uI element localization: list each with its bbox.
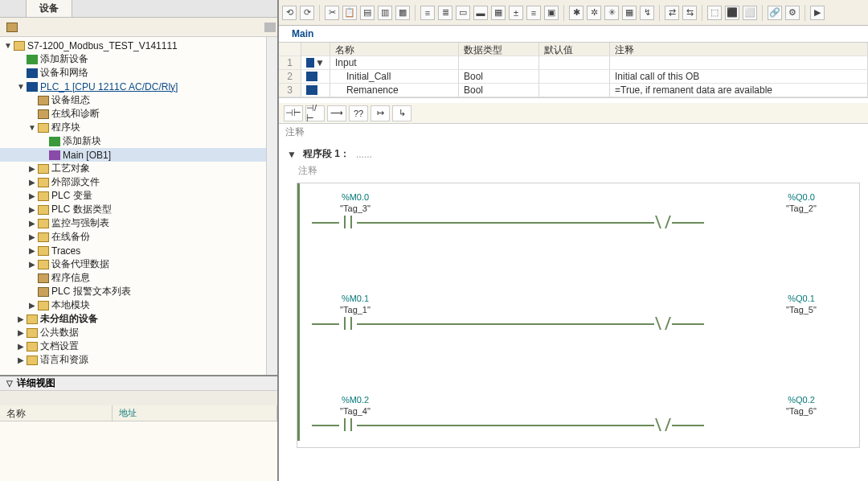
- tree-item[interactable]: PLC 数据类型: [51, 203, 112, 216]
- tree-item[interactable]: 工艺对象: [51, 162, 90, 175]
- project-navigator: 设备 ▼S7-1200_Modbus_TEST_V141111 添加新设备 设备…: [0, 0, 279, 481]
- ribbon-button[interactable]: ▦: [491, 6, 506, 20]
- tree-item[interactable]: 本地模块: [51, 298, 90, 312]
- tree-item[interactable]: 监控与强制表: [51, 216, 109, 230]
- block-title: Main: [279, 26, 868, 43]
- tree-mode-icon[interactable]: [5, 20, 19, 35]
- lad-contact-no-icon[interactable]: ⊣⊢: [284, 105, 303, 121]
- ribbon-button[interactable]: ⇄: [665, 6, 679, 20]
- rung[interactable]: %M0.0"Tag_3" %Q0.0"Tag_2": [312, 191, 845, 241]
- tree-item[interactable]: 语言和资源: [40, 353, 88, 367]
- ribbon-button[interactable]: ≡: [526, 6, 541, 20]
- iface-row[interactable]: 2 Initial_Call Bool Initial call of this…: [279, 70, 868, 84]
- ribbon-button[interactable]: ⇆: [682, 6, 697, 20]
- var-icon: [306, 85, 317, 95]
- tree-item[interactable]: 外部源文件: [51, 175, 100, 189]
- ribbon-button[interactable]: ⬛: [725, 6, 739, 20]
- ladder-note: 注释: [279, 124, 868, 141]
- ribbon-button[interactable]: ≣: [438, 6, 452, 20]
- tree-item[interactable]: 在线和诊断: [51, 107, 100, 121]
- detail-title: 详细视图: [17, 376, 55, 390]
- tree-plc-node[interactable]: PLC_1 [CPU 1211C AC/DC/Rly]: [40, 81, 178, 92]
- coil[interactable]: [654, 418, 672, 431]
- ribbon-button[interactable]: ▬: [473, 6, 488, 20]
- detail-col-addr: 地址: [113, 405, 277, 421]
- left-tab-bar: 设备: [0, 0, 277, 18]
- iface-row[interactable]: 1 ▼ Input: [279, 56, 868, 70]
- tree-item[interactable]: 公共数据: [40, 326, 79, 339]
- col-comment: 注释: [610, 43, 868, 56]
- tree-item[interactable]: 程序信息: [51, 271, 90, 285]
- ladder-diagram[interactable]: %M0.0"Tag_3" %Q0.0"Tag_2" %M0.1"Tag_1" %…: [297, 183, 860, 448]
- tree-collapse-icon[interactable]: [263, 20, 277, 35]
- tree-item[interactable]: PLC 变量: [51, 189, 92, 203]
- lad-contact-nc-icon[interactable]: ⊣/⊢: [305, 105, 325, 121]
- lad-box-icon[interactable]: ??: [349, 105, 368, 121]
- ribbon-button[interactable]: ✳: [604, 6, 619, 20]
- ribbon-button[interactable]: ⬜: [743, 6, 757, 20]
- iface-row[interactable]: 3 Remanence Bool =True, if remanent data…: [279, 84, 868, 97]
- ribbon-button[interactable]: ▭: [456, 6, 470, 20]
- ribbon-button[interactable]: ✱: [569, 6, 583, 20]
- detail-col-name: 名称: [0, 405, 113, 421]
- lad-branch2-icon[interactable]: ↳: [392, 105, 411, 121]
- ribbon-button[interactable]: 🔗: [768, 6, 782, 20]
- network-title: 程序段 1：: [303, 147, 350, 161]
- network-comment: 注释: [298, 164, 860, 178]
- editor-area: ⟲ ⟳ ✂ 📋 ▤ ▥ ▩ ≡ ≣ ▭ ▬ ▦ ± ≡ ▣ ✱ ✲ ✳ ▦ ↯ …: [279, 0, 868, 481]
- tree-item[interactable]: 设备和网络: [40, 66, 88, 80]
- ribbon-button[interactable]: 📋: [342, 6, 357, 20]
- ribbon-button[interactable]: ⬚: [707, 6, 722, 20]
- ribbon-button[interactable]: ⟲: [282, 6, 297, 20]
- col-default: 默认值: [539, 43, 610, 56]
- contact-no[interactable]: [339, 418, 357, 431]
- interface-table[interactable]: 名称 数据类型 默认值 注释 1 ▼ Input 2 Initial_Call …: [279, 43, 868, 98]
- tree-item[interactable]: Traces: [51, 245, 80, 257]
- tree-item[interactable]: 未分组的设备: [40, 313, 98, 324]
- tree-item[interactable]: 添加新块: [63, 134, 101, 148]
- rung[interactable]: %M0.1"Tag_1" %Q0.1"Tag_5": [312, 293, 845, 343]
- ribbon-button[interactable]: ✂: [325, 6, 339, 20]
- ribbon-button[interactable]: ±: [509, 6, 523, 20]
- ribbon-button[interactable]: ✲: [587, 6, 601, 20]
- ribbon-button[interactable]: ▤: [360, 6, 375, 20]
- coil[interactable]: [654, 216, 672, 228]
- contact-no[interactable]: [339, 317, 357, 330]
- ribbon-button[interactable]: ⟳: [300, 6, 314, 20]
- tree-item[interactable]: 在线备份: [51, 230, 90, 244]
- ribbon-button[interactable]: ▶: [810, 6, 825, 20]
- tree-root[interactable]: S7-1200_Modbus_TEST_V141111: [27, 40, 178, 51]
- ladder-toolbar: ⊣⊢ ⊣/⊢ ⟶ ?? ↦ ↳: [279, 103, 868, 124]
- ribbon-button[interactable]: ▦: [622, 6, 637, 20]
- detail-view: ▽ 详细视图 名称 地址: [0, 376, 277, 481]
- var-icon: [306, 72, 317, 81]
- tree-item-main-ob1[interactable]: Main [OB1]: [63, 150, 111, 161]
- left-toolbar: [0, 18, 277, 37]
- ribbon-button[interactable]: ▥: [378, 6, 392, 20]
- tree-item[interactable]: 程序块: [51, 121, 80, 134]
- project-tree[interactable]: ▼S7-1200_Modbus_TEST_V141111 添加新设备 设备和网络…: [0, 37, 277, 376]
- ribbon-button[interactable]: ▩: [395, 6, 410, 20]
- tree-item[interactable]: 设备组态: [51, 93, 90, 107]
- tree-item[interactable]: 设备代理数据: [51, 257, 109, 271]
- lad-branch-icon[interactable]: ↦: [371, 105, 390, 121]
- scrollbar[interactable]: [266, 37, 277, 375]
- coil[interactable]: [654, 317, 672, 330]
- rung[interactable]: %M0.2"Tag_4" %Q0.2"Tag_6": [312, 394, 845, 444]
- col-type: 数据类型: [459, 43, 539, 56]
- ribbon-button[interactable]: ≡: [420, 6, 435, 20]
- editor-ribbon: ⟲ ⟳ ✂ 📋 ▤ ▥ ▩ ≡ ≣ ▭ ▬ ▦ ± ≡ ▣ ✱ ✲ ✳ ▦ ↯ …: [279, 0, 868, 26]
- var-icon: [306, 58, 314, 68]
- network-area[interactable]: ▼ 程序段 1： ...... 注释 %M0.0"Tag_3" %Q0.0"Ta…: [279, 141, 868, 481]
- tree-item[interactable]: 文档设置: [40, 339, 79, 353]
- lad-coil-icon[interactable]: ⟶: [327, 105, 346, 121]
- ribbon-button[interactable]: ⚙: [785, 6, 800, 20]
- tree-item[interactable]: 添加新设备: [40, 52, 88, 66]
- contact-no[interactable]: [339, 216, 357, 228]
- tree-item[interactable]: PLC 报警文本列表: [51, 285, 131, 298]
- ribbon-button[interactable]: ↯: [640, 6, 654, 20]
- devices-tab[interactable]: 设备: [26, 0, 72, 17]
- ribbon-button[interactable]: ▣: [544, 6, 559, 20]
- col-name: 名称: [330, 43, 459, 56]
